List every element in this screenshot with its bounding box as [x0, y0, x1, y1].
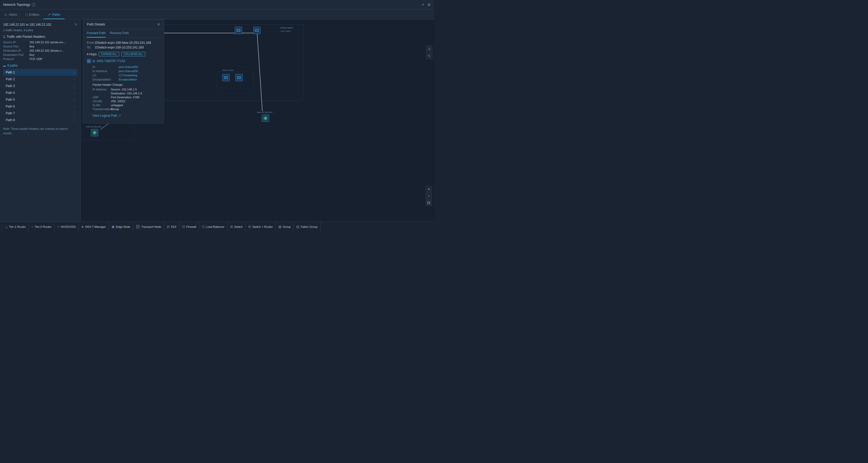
- legend-fex[interactable]: ⊞ FEX: [164, 222, 179, 232]
- view-logical-path-link[interactable]: View Logical Path ↗: [93, 114, 160, 118]
- host-node-2[interactable]: Host 10.253.241...: [257, 111, 274, 122]
- hop-in-row: In: port-channel50: [93, 65, 160, 68]
- tier0-router-icon: ○: [31, 225, 33, 228]
- path-chevron-2: ›: [74, 78, 75, 81]
- switch-icon: ⊠: [230, 225, 233, 228]
- hop-in-value[interactable]: port-channel50: [119, 65, 138, 68]
- traffic-row-dst-ip: Destination IP 192.148.22.102 (Arista-v-…: [3, 49, 77, 52]
- legend-tier0-router[interactable]: ○ Tier-0 Router: [29, 222, 54, 232]
- hop-in-iface-value[interactable]: port-channel50: [119, 69, 138, 73]
- left-panel: 192.148.22.101 to 192.148.22.102 ✎ 1 tra…: [0, 20, 81, 232]
- modal-title: Path Details: [87, 22, 105, 26]
- legend-transport-node[interactable]: ⬛ Transport Node: [133, 222, 164, 232]
- tab-entities[interactable]: □ Entities: [21, 10, 43, 19]
- legend-load-balancer[interactable]: ⊡ Load Balancer: [199, 222, 227, 232]
- path-list: Path 1 › Path 2 › Path 3 › Path 4 › Path…: [3, 69, 77, 123]
- protocol-value: TCP, UDP: [29, 57, 42, 61]
- path-item-2[interactable]: Path 2 ›: [3, 76, 77, 83]
- legend-switch[interactable]: ⊠ Switch: [227, 222, 246, 232]
- pkt-udp-value: Port Destination: 4789: [111, 96, 140, 99]
- panel-header: 192.148.22.101 to 192.148.22.102 ✎: [3, 23, 77, 27]
- traffic-row-protocol: Protocol TCP, UDP: [3, 57, 77, 61]
- legend-switch-router[interactable]: ⊞ Switch + Router: [246, 222, 276, 232]
- node-box-5: [222, 74, 229, 81]
- hop-in-label: In:: [93, 65, 119, 68]
- tab-forward-path[interactable]: Forward Path: [87, 29, 105, 37]
- fex-label: FEX: [171, 225, 176, 228]
- tab-alerts[interactable]: ⚠ Alerts: [0, 10, 21, 19]
- host-node-3[interactable]: Host 10.253.241...: [86, 126, 103, 136]
- route-title: 192.148.22.101 to 192.148.22.102: [3, 23, 51, 27]
- share-icon[interactable]: ↗: [421, 3, 424, 7]
- zoom-out-button[interactable]: −: [426, 193, 432, 199]
- external-link-icon: ↗: [119, 114, 121, 118]
- device-icon: ⊡: [87, 59, 91, 63]
- node-box-4: [253, 27, 260, 34]
- path-item-6[interactable]: Path 6 ›: [3, 103, 77, 110]
- topo-node-5[interactable]: [222, 74, 229, 81]
- note-text: Note: These packet headers are subsets o…: [3, 127, 77, 135]
- path-chevron-1: ›: [74, 71, 75, 74]
- svg-rect-19: [255, 29, 258, 31]
- top-bar-icons: ↗ ⚙: [421, 3, 431, 7]
- svg-line-5: [257, 33, 262, 111]
- edit-icon-btn[interactable]: ✎: [426, 53, 432, 59]
- zoom-fit-button[interactable]: ⊡: [426, 199, 432, 206]
- tab-paths[interactable]: ↗ Paths: [43, 10, 64, 19]
- zoom-in-button[interactable]: +: [426, 186, 432, 192]
- pkt-udp-row: UDP Port Destination: 4789: [93, 96, 160, 99]
- path-item-4[interactable]: Path 4 ›: [3, 89, 77, 96]
- node-box-6: [235, 74, 243, 81]
- pkt-vxlan-row: VXLAN VNI: 10022: [93, 100, 160, 103]
- tab-reverse-path[interactable]: Reverse Path: [110, 29, 129, 37]
- hop-encap-value[interactable]: Encapsulation: [119, 78, 137, 81]
- legend-nvds-vds[interactable]: ◇ NVDS/VDS: [55, 222, 79, 232]
- path-item-3[interactable]: Path 3 ›: [3, 83, 77, 89]
- svg-text:Leaf Fabric: Leaf Fabric: [280, 30, 291, 32]
- hops-header: 4 Hops EXPAND ALL COLLAPSE ALL: [87, 52, 160, 56]
- entities-icon: □: [25, 12, 28, 17]
- legend-nsxt-manager[interactable]: ◈ NSX-T Manager: [79, 222, 109, 232]
- alert-icon-btn[interactable]: ⚠: [426, 45, 432, 52]
- hop-l2-value[interactable]: L2 Forwarding: [119, 74, 137, 77]
- load-balancer-icon: ⊡: [202, 225, 205, 228]
- topo-node-6[interactable]: [235, 74, 243, 81]
- fabric-group-icon: ▧: [296, 225, 299, 228]
- edit-icon[interactable]: ✎: [74, 23, 77, 27]
- transport-node-label: Transport Node: [141, 225, 161, 228]
- path-item-5[interactable]: Path 5 ›: [3, 96, 77, 103]
- legend-group[interactable]: ▦ Group: [276, 222, 294, 232]
- host-box-3: [91, 129, 98, 136]
- legend-edge-node[interactable]: ▣ Edge Node: [109, 222, 133, 232]
- hops-label: 4 Hops: [87, 53, 97, 56]
- modal-body: From: DSwitch-evpn-168-New-10.253.241.16…: [83, 38, 164, 123]
- info-icon[interactable]: i: [32, 3, 35, 6]
- settings-icon[interactable]: ⚙: [428, 3, 431, 7]
- path-item-1[interactable]: Path 1 ›: [3, 69, 77, 76]
- expand-all-button[interactable]: EXPAND ALL: [99, 52, 119, 56]
- legend-tier1-router[interactable]: △ Tier-1 Router: [2, 222, 29, 232]
- hop-expand-icon[interactable]: ⊟: [93, 59, 95, 63]
- pkt-ip-label: IP Address: [93, 88, 111, 91]
- tab-bar: ⚠ Alerts □ Entities ↗ Paths: [0, 9, 434, 20]
- topo-node-3[interactable]: [235, 27, 242, 34]
- tier1-router-label: Tier-1 Router: [9, 225, 26, 228]
- dst-ip-value: 192.148.22.102 (Arista-v-...: [29, 49, 64, 52]
- group-icon: ▦: [278, 225, 281, 228]
- legend-firewall[interactable]: ⊟ Firewall: [180, 222, 199, 232]
- from-value: DSwitch-evpn-168-New-10.253.241.168: [95, 41, 151, 44]
- topo-node-4[interactable]: [253, 27, 260, 34]
- path-item-8[interactable]: Path 8 ›: [3, 117, 77, 123]
- legend-bar: △ Tier-1 Router ○ Tier-0 Router ◇ NVDS/V…: [0, 221, 434, 232]
- paths-header[interactable]: ▬ 8 paths: [3, 64, 77, 67]
- legend-fabric-group[interactable]: ▧ Fabric Group: [293, 222, 320, 232]
- path-item-7[interactable]: Path 7 ›: [3, 110, 77, 117]
- firewall-icon: ⊟: [182, 225, 185, 228]
- close-button[interactable]: ✕: [157, 23, 160, 26]
- dst-ip-label: Destination IP: [3, 49, 29, 52]
- hop-device-name[interactable]: ARS-7280TR-77153: [97, 59, 125, 63]
- collapse-all-button[interactable]: COLLAPSE ALL: [121, 52, 145, 56]
- node-box-3: [235, 27, 242, 34]
- right-panel-icons: ⚠ ✎: [426, 45, 432, 59]
- paths-collapse-icon: ▬: [3, 64, 6, 67]
